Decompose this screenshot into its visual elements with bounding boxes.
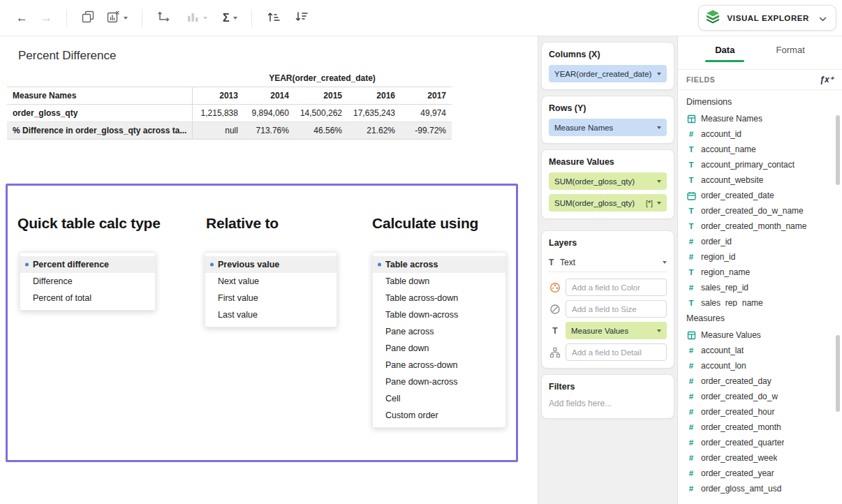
back-button[interactable]: ← — [13, 9, 31, 27]
number-icon: # — [686, 253, 696, 261]
field-item[interactable]: # order_created_hour — [678, 404, 842, 420]
calculate-using-heading: Calculate using — [372, 215, 478, 232]
field-item[interactable]: Measure Names — [678, 111, 842, 126]
chevron-down-icon — [203, 17, 207, 20]
viz-title: Percent Difference — [18, 49, 116, 63]
chart-type-button[interactable] — [182, 7, 211, 29]
pill-label: SUM(order_gloss_qty) — [554, 177, 653, 186]
calculate-using-option[interactable]: Table down — [373, 273, 505, 290]
option-label: Percent difference — [33, 260, 109, 269]
calculate-using-option[interactable]: Table down-across — [373, 306, 505, 323]
field-item[interactable]: T account_website — [678, 172, 842, 188]
number-icon: # — [686, 237, 696, 246]
relative-to-option[interactable]: Previous value — [205, 256, 337, 273]
field-item[interactable]: Measure Values — [678, 327, 842, 343]
field-item[interactable]: # order_id — [678, 234, 842, 249]
field-item[interactable]: # account_lat — [678, 343, 842, 358]
calc-type-option[interactable]: Percent of total — [20, 290, 155, 306]
filters-dropzone[interactable]: Add fields here... — [549, 397, 667, 411]
field-item[interactable]: T order_created_month_name — [678, 218, 842, 234]
sort-descending-button[interactable] — [290, 7, 313, 29]
duplicate-viz-button[interactable] — [77, 7, 98, 29]
chevron-down-icon — [819, 12, 827, 24]
number-icon: # — [686, 469, 696, 477]
calculate-using-option[interactable]: Cell — [373, 390, 505, 407]
add-calculated-field-icon[interactable]: ƒx⁺ — [820, 75, 834, 84]
relative-to-option[interactable]: First value — [205, 290, 337, 306]
field-item[interactable]: # account_id — [678, 126, 842, 142]
layers-shelf: Layers T Text T Measure Values — [541, 230, 674, 369]
measure-pill[interactable]: SUM(order_gloss_qty) [*] — [549, 194, 667, 212]
row-label: % Difference in order_gloss_qty across t… — [7, 122, 193, 140]
relative-to-option[interactable]: Last value — [205, 306, 337, 323]
calculate-using-option[interactable]: Pane down — [373, 340, 505, 357]
measure-pill[interactable]: SUM(order_gloss_qty) — [549, 172, 667, 190]
fields-tabs: Data Format — [678, 36, 842, 63]
field-item[interactable]: T account_primary_contact — [678, 157, 842, 172]
text-target-pill[interactable]: Measure Values — [566, 322, 667, 339]
columns-pill[interactable]: YEAR(order_created_date) — [549, 65, 667, 82]
field-label: order_created_month_name — [701, 221, 806, 231]
field-item[interactable]: # order_created_quarter — [678, 435, 842, 450]
size-field-input[interactable] — [566, 300, 667, 318]
tab-format[interactable]: Format — [772, 36, 809, 63]
sort-ascending-button[interactable] — [263, 7, 285, 29]
field-item[interactable]: # order_created_year — [678, 466, 842, 481]
calculate-using-option[interactable]: Pane across — [373, 323, 505, 340]
dimensions-section-title: Dimensions — [686, 97, 834, 107]
field-item[interactable]: T order_created_do_w_name — [678, 203, 842, 218]
field-item[interactable]: # order_created_month — [678, 420, 842, 435]
field-item[interactable]: # order_created_day — [678, 373, 842, 389]
pill-label: YEAR(order_created_date) — [554, 70, 653, 78]
detail-target-icon — [549, 347, 561, 358]
sigma-icon: Σ — [223, 12, 230, 24]
relative-to-option[interactable]: Next value — [205, 273, 337, 290]
calc-type-option[interactable]: Difference — [20, 273, 155, 290]
number-icon: # — [686, 392, 696, 401]
table-cell: 49,974 — [401, 105, 452, 122]
field-label: order_created_month — [701, 422, 781, 432]
swap-axes-button[interactable] — [153, 7, 175, 29]
tab-data[interactable]: Data — [711, 36, 739, 63]
field-label: account_id — [701, 129, 741, 139]
calculate-using-option[interactable]: Table across-down — [373, 290, 505, 306]
forward-button[interactable]: → — [37, 9, 56, 27]
pill-suffix: [*] — [646, 199, 653, 207]
option-label: Pane down-across — [385, 377, 458, 387]
visual-explorer-button[interactable]: VISUAL EXPLORER — [698, 5, 836, 31]
detail-field-input[interactable] — [566, 343, 667, 361]
number-icon: # — [686, 130, 696, 138]
field-item[interactable]: order_created_date — [678, 188, 842, 203]
field-item[interactable]: T sales_rep_name — [678, 295, 842, 306]
field-item[interactable]: T region_name — [678, 265, 842, 280]
chevron-down-icon — [663, 261, 667, 264]
field-item[interactable]: T account_name — [678, 142, 842, 157]
aggregate-button[interactable]: Σ — [219, 9, 241, 27]
calculate-using-option[interactable]: Table across — [373, 256, 505, 273]
mark-type-select[interactable]: T Text — [549, 253, 667, 272]
color-field-input[interactable] — [566, 279, 667, 296]
field-item[interactable]: # order_created_week — [678, 450, 842, 466]
calc-type-option[interactable]: Percent difference — [20, 256, 155, 273]
remove-viz-button[interactable] — [103, 7, 131, 29]
column-header: 2015 — [295, 87, 348, 105]
number-icon: # — [686, 408, 696, 416]
calculate-using-option[interactable]: Pane across-down — [373, 357, 505, 373]
field-item[interactable]: # region_id — [678, 249, 842, 265]
measures-list: Measure Values # account_lat # account_l… — [678, 327, 842, 496]
calculate-using-option[interactable]: Pane down-across — [373, 373, 505, 390]
field-label: order_created_do_w_name — [701, 206, 804, 216]
rows-pill[interactable]: Measure Names — [549, 119, 667, 136]
field-item[interactable]: # order_created_do_w — [678, 389, 842, 404]
text-icon: T — [686, 222, 696, 230]
toolbar-divider — [66, 9, 67, 27]
date-icon — [686, 191, 696, 200]
field-item[interactable]: # account_lon — [678, 358, 842, 373]
dimensions-scrollbar[interactable] — [836, 115, 840, 185]
field-item[interactable]: # sales_rep_id — [678, 280, 842, 295]
dataset-icon — [686, 114, 696, 124]
number-icon: # — [686, 454, 696, 462]
measures-scrollbar[interactable] — [836, 335, 840, 412]
calculate-using-option[interactable]: Custom order — [373, 407, 505, 424]
field-item[interactable]: # order_gloss_amt_usd — [678, 481, 842, 496]
